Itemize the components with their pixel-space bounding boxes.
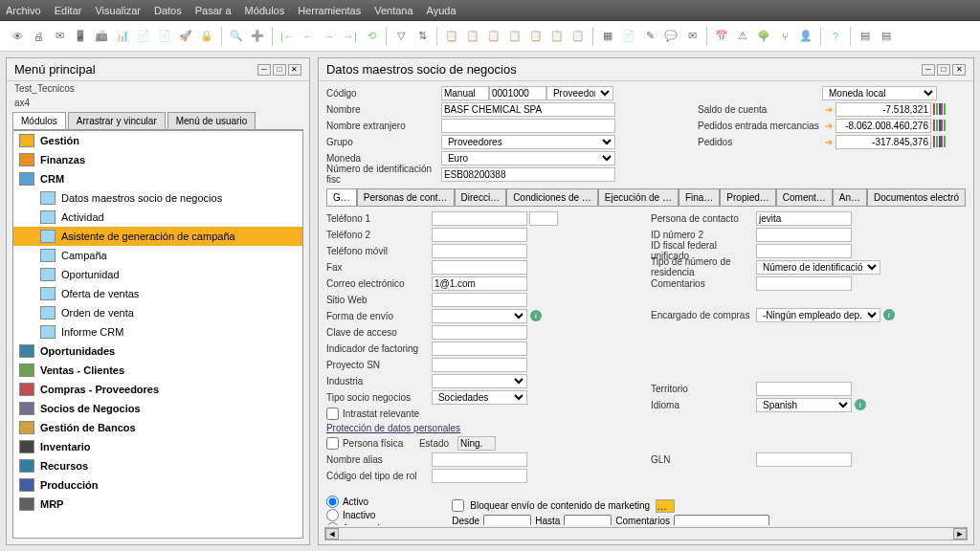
tree-item[interactable]: Actividad (13, 208, 302, 227)
field-idioma[interactable]: Spanish (756, 398, 852, 412)
field-nif[interactable] (441, 167, 615, 182)
field-nombre[interactable] (441, 102, 615, 117)
new-doc-icon[interactable]: 📄 (619, 27, 638, 46)
export-pdf-icon[interactable]: 📄 (155, 27, 174, 46)
field-web[interactable] (432, 293, 527, 307)
tree-item[interactable]: Informe CRM (13, 322, 302, 342)
find-icon[interactable]: 🔍 (227, 27, 246, 46)
doc6-icon[interactable]: 📋 (547, 27, 567, 46)
radio-activo[interactable]: Activo (326, 496, 385, 508)
first-icon[interactable]: |← (278, 27, 297, 46)
info-icon[interactable]: i (883, 309, 895, 320)
field-clave[interactable] (432, 325, 527, 340)
chart-icon[interactable] (933, 103, 947, 115)
next-icon[interactable]: → (320, 27, 339, 46)
chart-icon[interactable] (933, 120, 947, 131)
tab-arrastrar[interactable]: Arrastrar y vincular (68, 112, 166, 129)
radio-inactivo[interactable]: Inactivo (326, 509, 385, 521)
chat-icon[interactable]: 💬 (661, 27, 680, 46)
detail-tab[interactable]: Coment… (776, 188, 833, 206)
sort-icon[interactable]: ⇅ (412, 27, 432, 46)
export-word-icon[interactable]: 📄 (134, 27, 153, 46)
doc7-icon[interactable]: 📋 (568, 27, 588, 46)
menu-modulos[interactable]: Módulos (245, 5, 285, 16)
field-tel2[interactable] (432, 228, 527, 242)
detail-tab[interactable]: Documentos electró (867, 188, 966, 206)
field-desde[interactable] (483, 515, 531, 526)
horizontal-scrollbar[interactable]: ◄► (324, 527, 968, 540)
menu-archivo[interactable]: Archivo (6, 5, 41, 16)
field-factoring[interactable] (432, 342, 527, 356)
field-tipo-sn[interactable]: Proveedor (546, 86, 613, 100)
menu-datos[interactable]: Datos (154, 5, 182, 16)
field-nombre-ext[interactable] (441, 119, 615, 133)
alert-icon[interactable]: ⚠ (733, 27, 752, 46)
launch-icon[interactable]: 🚀 (176, 27, 195, 46)
filter-icon[interactable]: ▽ (391, 27, 411, 46)
menu-pasara[interactable]: Pasar a (195, 5, 232, 16)
field-fax[interactable] (432, 260, 527, 275)
chk-bloquear[interactable] (452, 499, 464, 512)
field-email[interactable] (432, 276, 527, 291)
field-encargado[interactable]: -Ningún empleado dep.ven (756, 308, 880, 322)
tree-item[interactable]: Oportunidades (13, 342, 302, 361)
tree-item[interactable]: Inventario (13, 437, 302, 456)
doc5-icon[interactable]: 📋 (526, 27, 546, 46)
tree-item[interactable]: Orden de venta (13, 303, 302, 322)
info-icon[interactable]: i (530, 310, 542, 321)
field-tiposocio[interactable]: Sociedades (432, 390, 527, 405)
doc1-icon[interactable]: 📋 (442, 27, 461, 46)
doc4-icon[interactable]: 📋 (505, 27, 524, 46)
menu-visualizar[interactable]: Visualizar (95, 5, 141, 16)
tree-item[interactable]: Datos maestros socio de negocios (13, 188, 302, 208)
field-moneda[interactable]: Euro (441, 151, 615, 165)
browse-button[interactable]: … (656, 499, 675, 513)
maximize-icon[interactable]: □ (937, 64, 950, 76)
detail-tab[interactable]: An… (833, 188, 867, 206)
close-icon[interactable]: ✕ (288, 64, 301, 76)
prev-icon[interactable]: ← (299, 27, 318, 46)
add-icon[interactable]: ➕ (248, 27, 267, 46)
field-tiponumres[interactable]: Número de identificación fis (756, 260, 880, 275)
doc3-icon[interactable]: 📋 (484, 27, 503, 46)
detail-tab[interactable]: Personas de cont… (357, 188, 455, 206)
fax-icon[interactable]: 📠 (92, 27, 111, 46)
field-moneda-display[interactable]: Moneda local (822, 86, 937, 100)
branch-icon[interactable]: ⑂ (775, 27, 794, 46)
tree-item[interactable]: Oferta de ventas (13, 284, 302, 303)
tree-item[interactable]: MRP (13, 495, 302, 514)
menu-ayuda[interactable]: Ayuda (427, 5, 457, 16)
email-icon[interactable]: ✉ (50, 27, 69, 46)
lock-icon[interactable]: 🔒 (197, 27, 216, 46)
menu-editar[interactable]: Editar (55, 5, 82, 16)
scroll-left-icon[interactable]: ◄ (325, 528, 339, 540)
tree-item[interactable]: Finanzas (13, 150, 302, 169)
tree-item[interactable]: Compras - Proveedores (13, 380, 302, 399)
generic2-icon[interactable]: ▤ (877, 27, 896, 46)
detail-tab[interactable]: G… (326, 188, 357, 206)
menu-ventana[interactable]: Ventana (374, 5, 412, 16)
field-envio[interactable] (432, 309, 527, 323)
minimize-icon[interactable]: ─ (922, 64, 935, 76)
tree-item[interactable]: CRM (13, 169, 302, 188)
field-codigo-tipo[interactable] (441, 86, 489, 100)
last-icon[interactable]: →| (341, 27, 360, 46)
tree-item[interactable]: Gestión de Bancos (13, 418, 302, 437)
refresh-icon[interactable]: ⟲ (362, 27, 381, 46)
preview-icon[interactable]: 👁 (8, 27, 27, 46)
radio-avanzado[interactable]: Avanzado (326, 522, 385, 525)
field-grupo[interactable]: Proveedores (441, 135, 615, 149)
info-icon[interactable]: i (855, 399, 866, 410)
export-excel-icon[interactable]: 📊 (113, 27, 132, 46)
chk-intrastat[interactable] (326, 407, 339, 421)
layout-icon[interactable]: ▦ (598, 27, 617, 46)
print-icon[interactable]: 🖨 (29, 27, 48, 46)
tree-item[interactable]: Oportunidad (13, 265, 302, 284)
link-arrow-icon[interactable]: ➜ (825, 104, 833, 115)
field-territorio[interactable] (756, 382, 852, 396)
doc2-icon[interactable]: 📋 (463, 27, 482, 46)
field-tiporol[interactable] (432, 469, 527, 483)
calendar-icon[interactable]: 📅 (712, 27, 731, 46)
edit-doc-icon[interactable]: ✎ (640, 27, 659, 46)
close-icon[interactable]: ✕ (952, 64, 966, 76)
